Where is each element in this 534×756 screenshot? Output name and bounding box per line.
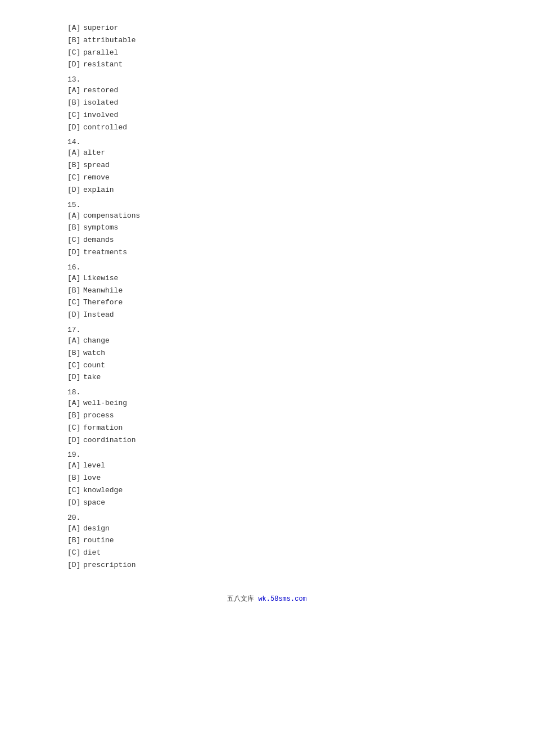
option-text-7-3: space bbox=[83, 497, 105, 509]
option-line-4-2[interactable]: [C]Therefore bbox=[67, 297, 467, 309]
question-block-5: 17.[A]change[B]watch[C]count[D]take bbox=[67, 326, 467, 384]
option-text-1-2: involved bbox=[83, 110, 118, 122]
option-line-4-3[interactable]: [D]Instead bbox=[67, 309, 467, 321]
option-line-2-1[interactable]: [B]spread bbox=[67, 160, 467, 172]
option-line-3-2[interactable]: [C]demands bbox=[67, 235, 467, 246]
option-line-3-3[interactable]: [D]treatments bbox=[67, 247, 467, 259]
question-number-8: 20. bbox=[67, 514, 467, 522]
option-line-3-0[interactable]: [A]compensations bbox=[67, 210, 467, 222]
option-label-7-0: [A] bbox=[67, 460, 83, 472]
option-label-5-2: [C] bbox=[67, 360, 83, 372]
footer-label: 五八文库 bbox=[227, 595, 254, 603]
option-line-8-1[interactable]: [B]routine bbox=[67, 535, 467, 547]
question-number-4: 16. bbox=[67, 263, 467, 272]
option-line-8-2[interactable]: [C]diet bbox=[67, 547, 467, 559]
option-line-7-2[interactable]: [C]knowledge bbox=[67, 485, 467, 497]
option-text-2-0: alter bbox=[83, 147, 105, 159]
option-line-5-3[interactable]: [D]take bbox=[67, 372, 467, 384]
option-line-2-3[interactable]: [D]explain bbox=[67, 184, 467, 196]
option-text-0-0: superior bbox=[83, 22, 118, 34]
option-label-2-3: [D] bbox=[67, 184, 83, 196]
option-line-1-1[interactable]: [B]isolated bbox=[67, 97, 467, 109]
option-line-1-2[interactable]: [C]involved bbox=[67, 110, 467, 122]
option-text-5-2: count bbox=[83, 360, 105, 372]
option-line-7-0[interactable]: [A]level bbox=[67, 460, 467, 472]
option-text-6-0: well-being bbox=[83, 398, 127, 410]
option-label-0-2: [C] bbox=[67, 47, 83, 59]
option-label-4-0: [A] bbox=[67, 273, 83, 285]
option-label-3-1: [B] bbox=[67, 222, 83, 234]
question-number-6: 18. bbox=[67, 388, 467, 397]
option-label-8-1: [B] bbox=[67, 535, 83, 547]
option-label-3-0: [A] bbox=[67, 210, 83, 222]
question-block-4: 16.[A]Likewise[B]Meanwhile[C]Therefore[D… bbox=[67, 263, 467, 321]
content: [A]superior[B]attributable[C]parallel[D]… bbox=[67, 22, 467, 572]
option-label-6-2: [C] bbox=[67, 422, 83, 434]
option-label-1-2: [C] bbox=[67, 110, 83, 122]
option-label-0-1: [B] bbox=[67, 35, 83, 47]
option-line-5-1[interactable]: [B]watch bbox=[67, 348, 467, 359]
option-label-5-1: [B] bbox=[67, 348, 83, 359]
option-line-1-3[interactable]: [D]controlled bbox=[67, 122, 467, 134]
question-block-0: [A]superior[B]attributable[C]parallel[D]… bbox=[67, 22, 467, 71]
question-number-7: 19. bbox=[67, 451, 467, 459]
option-text-1-3: controlled bbox=[83, 122, 127, 134]
option-text-8-1: routine bbox=[83, 535, 114, 547]
question-block-7: 19.[A]level[B]love[C]knowledge[D]space bbox=[67, 451, 467, 508]
question-number-3: 15. bbox=[67, 201, 467, 209]
option-line-1-0[interactable]: [A]restored bbox=[67, 85, 467, 97]
option-label-6-3: [D] bbox=[67, 435, 83, 447]
option-line-6-3[interactable]: [D]coordination bbox=[67, 435, 467, 447]
option-label-4-1: [B] bbox=[67, 285, 83, 297]
option-text-5-0: change bbox=[83, 335, 110, 347]
option-label-8-3: [D] bbox=[67, 560, 83, 572]
option-text-7-2: knowledge bbox=[83, 485, 123, 497]
option-text-2-3: explain bbox=[83, 184, 114, 196]
option-text-1-0: restored bbox=[83, 85, 118, 97]
option-label-3-2: [C] bbox=[67, 235, 83, 246]
option-line-0-3[interactable]: [D]resistant bbox=[67, 59, 467, 71]
option-line-6-1[interactable]: [B]process bbox=[67, 410, 467, 422]
option-text-4-3: Instead bbox=[83, 309, 114, 321]
option-text-7-1: love bbox=[83, 472, 101, 484]
option-text-2-1: spread bbox=[83, 160, 110, 172]
option-line-6-2[interactable]: [C]formation bbox=[67, 422, 467, 434]
option-line-0-0[interactable]: [A]superior bbox=[67, 22, 467, 34]
option-label-5-3: [D] bbox=[67, 372, 83, 384]
option-line-0-2[interactable]: [C]parallel bbox=[67, 47, 467, 59]
option-text-5-1: watch bbox=[83, 348, 105, 359]
option-label-4-2: [C] bbox=[67, 297, 83, 309]
option-line-3-1[interactable]: [B]symptoms bbox=[67, 222, 467, 234]
option-text-5-3: take bbox=[83, 372, 101, 384]
option-text-8-0: design bbox=[83, 523, 110, 535]
option-line-2-0[interactable]: [A]alter bbox=[67, 147, 467, 159]
question-block-8: 20.[A]design[B]routine[C]diet[D]prescrip… bbox=[67, 514, 467, 572]
option-line-5-2[interactable]: [C]count bbox=[67, 360, 467, 372]
option-line-4-1[interactable]: [B]Meanwhile bbox=[67, 285, 467, 297]
option-label-2-2: [C] bbox=[67, 172, 83, 184]
option-line-0-1[interactable]: [B]attributable bbox=[67, 35, 467, 47]
option-line-5-0[interactable]: [A]change bbox=[67, 335, 467, 347]
option-line-7-3[interactable]: [D]space bbox=[67, 497, 467, 509]
option-text-0-3: resistant bbox=[83, 59, 123, 71]
option-text-3-0: compensations bbox=[83, 210, 140, 222]
question-block-3: 15.[A]compensations[B]symptoms[C]demands… bbox=[67, 201, 467, 259]
option-line-8-0[interactable]: [A]design bbox=[67, 523, 467, 535]
option-line-7-1[interactable]: [B]love bbox=[67, 472, 467, 484]
option-label-0-0: [A] bbox=[67, 22, 83, 34]
option-label-0-3: [D] bbox=[67, 59, 83, 71]
footer-link: wk.58sms.com bbox=[258, 595, 306, 603]
option-label-6-1: [B] bbox=[67, 410, 83, 422]
option-line-8-3[interactable]: [D]prescription bbox=[67, 560, 467, 572]
option-label-8-2: [C] bbox=[67, 547, 83, 559]
option-label-7-3: [D] bbox=[67, 497, 83, 509]
question-block-2: 14.[A]alter[B]spread[C]remove[D]explain bbox=[67, 138, 467, 196]
option-text-6-1: process bbox=[83, 410, 114, 422]
option-text-3-1: symptoms bbox=[83, 222, 118, 234]
option-line-6-0[interactable]: [A]well-being bbox=[67, 398, 467, 410]
option-text-4-1: Meanwhile bbox=[83, 285, 123, 297]
option-line-2-2[interactable]: [C]remove bbox=[67, 172, 467, 184]
option-line-4-0[interactable]: [A]Likewise bbox=[67, 273, 467, 285]
option-text-3-3: treatments bbox=[83, 247, 127, 259]
option-text-7-0: level bbox=[83, 460, 105, 472]
